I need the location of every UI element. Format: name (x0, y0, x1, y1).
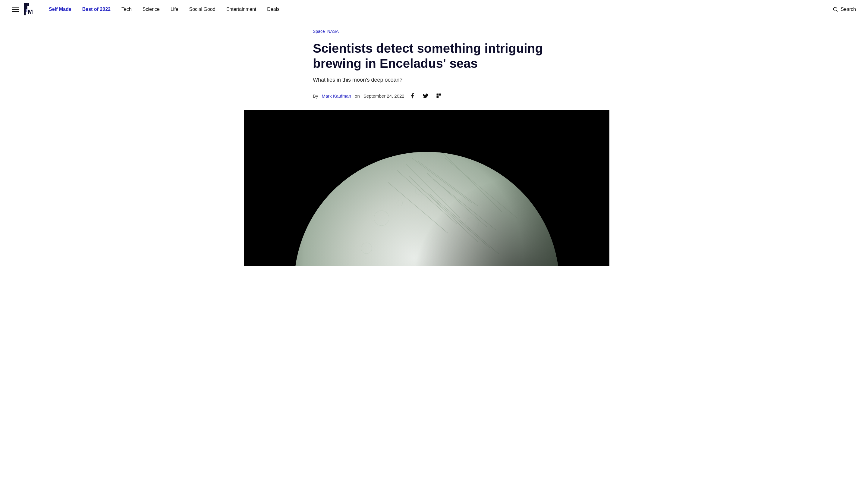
nav-link-science[interactable]: Science (143, 7, 160, 12)
hamburger-menu[interactable] (12, 7, 19, 12)
twitter-icon (423, 93, 429, 99)
search-label: Search (841, 7, 856, 12)
svg-rect-9 (436, 96, 438, 98)
author-link[interactable]: Mark Kaufman (322, 93, 351, 98)
byline: By Mark Kaufman on September 24, 2022 (313, 92, 555, 100)
nav-link-social-good[interactable]: Social Good (189, 7, 215, 12)
nav-link-best-of-2022[interactable]: Best of 2022 (82, 7, 111, 12)
nav-link-tech[interactable]: Tech (121, 7, 132, 12)
svg-rect-0 (24, 3, 26, 15)
breadcrumb-space[interactable]: Space (313, 29, 325, 34)
svg-line-6 (837, 10, 838, 11)
article-subtitle: What lies in this moon's deep ocean? (313, 77, 555, 83)
social-share-icons (408, 92, 443, 100)
svg-rect-3 (26, 9, 27, 12)
article-date: September 24, 2022 (364, 93, 404, 98)
navbar: M Self Made Best of 2022 Tech Science Li… (0, 0, 868, 19)
twitter-share-button[interactable] (421, 92, 430, 100)
search-icon (833, 7, 838, 12)
nav-link-life[interactable]: Life (170, 7, 179, 12)
svg-rect-1 (26, 3, 27, 9)
article-title: Scientists detect something intriguing b… (313, 41, 555, 71)
svg-rect-8 (439, 94, 441, 96)
svg-rect-7 (436, 94, 438, 96)
search-button[interactable]: Search (833, 7, 856, 12)
flipboard-icon (436, 93, 442, 99)
date-prefix: on (355, 93, 360, 98)
article-content: Space NASA Scientists detect something i… (299, 19, 569, 100)
flipboard-share-button[interactable] (435, 92, 443, 100)
svg-text:M: M (28, 8, 33, 15)
breadcrumb-nasa[interactable]: NASA (327, 29, 339, 34)
breadcrumb: Space NASA (313, 29, 555, 34)
logo-icon: M (24, 3, 34, 15)
facebook-icon (409, 93, 415, 99)
byline-prefix: By (313, 93, 318, 98)
nav-link-self-made[interactable]: Self Made (49, 7, 71, 12)
nav-link-deals[interactable]: Deals (267, 7, 279, 12)
facebook-share-button[interactable] (408, 92, 416, 100)
svg-rect-2 (27, 3, 29, 6)
nav-links: Self Made Best of 2022 Tech Science Life… (49, 7, 833, 12)
article-hero-image (244, 110, 610, 266)
enceladus-image (261, 110, 592, 266)
site-logo[interactable]: M (24, 3, 34, 15)
nav-link-entertainment[interactable]: Entertainment (226, 7, 256, 12)
